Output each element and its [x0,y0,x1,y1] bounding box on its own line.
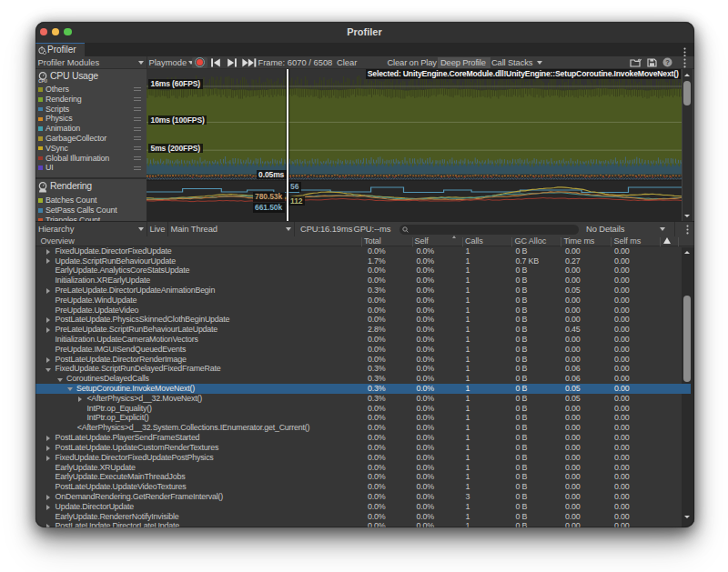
svg-text:?: ? [665,59,670,67]
